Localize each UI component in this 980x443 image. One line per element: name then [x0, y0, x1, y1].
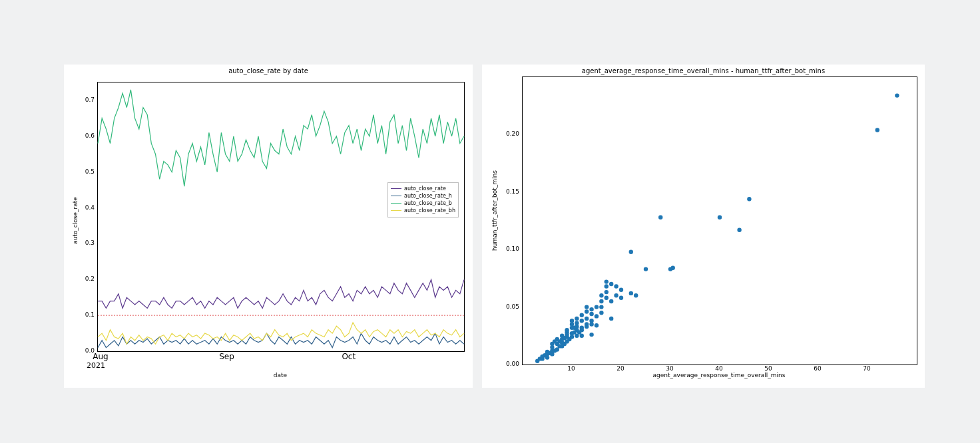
scatter-point	[585, 317, 589, 321]
scatter-point	[580, 313, 584, 317]
scatter-point	[589, 322, 593, 326]
y-tick: 0.20	[499, 130, 519, 137]
y-tick: 0.7	[68, 96, 95, 103]
scatter-point	[609, 317, 613, 321]
scatter-point	[737, 228, 741, 232]
right-plot-svg	[523, 77, 917, 365]
scatter-point	[580, 334, 584, 338]
left-y-axis-label: auto_close_rate	[72, 197, 79, 244]
scatter-point	[575, 325, 579, 329]
scatter-point	[605, 290, 609, 294]
scatter-point	[619, 288, 623, 292]
scatter-point	[747, 197, 751, 201]
legend-row: auto_close_rate_h	[391, 192, 455, 200]
y-tick: 0.00	[499, 361, 519, 367]
y-tick: 0.2	[68, 275, 95, 282]
scatter-point	[634, 293, 638, 297]
scatter-point	[589, 333, 593, 337]
scatter-point	[599, 293, 603, 297]
series-auto_close_rate	[98, 279, 464, 308]
legend: auto_close_rate auto_close_rate_h auto_c…	[387, 182, 459, 218]
scatter-point	[575, 317, 579, 321]
x-tick: 30	[663, 365, 676, 372]
left-x-axis-label: date	[97, 372, 463, 378]
scatter-point	[605, 296, 609, 300]
scatter-point	[585, 309, 589, 313]
scatter-point	[599, 311, 603, 315]
scatter-point	[658, 216, 662, 220]
scatter-point	[589, 307, 593, 311]
scatter-point	[575, 334, 579, 338]
scatter-point	[614, 293, 618, 297]
x-tick-year: 2021	[87, 361, 105, 370]
left-chart-title: auto_close_rate by date	[64, 67, 473, 74]
legend-swatch	[391, 196, 401, 196]
y-tick: 0.1	[68, 311, 95, 318]
scatter-point	[595, 305, 599, 309]
right-chart-panel: agent_average_response_time_overall_mins…	[482, 65, 925, 388]
scatter-point	[595, 323, 599, 327]
x-tick: 10	[565, 365, 578, 372]
y-tick: 0.5	[68, 168, 95, 175]
x-tick: 20	[614, 365, 627, 372]
scatter-point	[599, 305, 603, 309]
scatter-point	[644, 267, 648, 271]
scatter-point	[585, 325, 589, 329]
right-plot-area	[522, 76, 917, 365]
scatter-point	[609, 282, 613, 286]
x-tick: 40	[712, 365, 726, 372]
legend-row: auto_close_rate	[391, 185, 455, 192]
scatter-point	[614, 284, 618, 288]
scatter-point	[629, 250, 633, 254]
legend-swatch	[391, 210, 401, 211]
y-tick: 0.10	[499, 245, 519, 252]
y-tick: 0.15	[499, 188, 519, 195]
y-tick: 0.05	[499, 303, 519, 310]
legend-row: auto_close_rate_b	[391, 200, 455, 207]
scatter-point	[585, 305, 589, 309]
scatter-point	[875, 128, 879, 132]
left-plot-area: auto_close_rate auto_close_rate_h auto_c…	[97, 82, 465, 352]
legend-label: auto_close_rate_bh	[404, 207, 455, 214]
scatter-point	[671, 266, 675, 270]
page: auto_close_rate by date auto_close_rate …	[0, 0, 980, 443]
right-chart-title: agent_average_response_time_overall_mins…	[482, 67, 925, 74]
scatter-point	[580, 319, 584, 323]
legend-swatch	[391, 203, 401, 204]
legend-label: auto_close_rate	[404, 185, 446, 192]
scatter-point	[580, 328, 584, 332]
scatter-point	[605, 284, 609, 288]
x-tick: 50	[762, 365, 775, 372]
x-tick: Aug	[87, 352, 114, 361]
legend-row: auto_close_rate_bh	[391, 207, 455, 214]
scatter-point	[565, 333, 569, 337]
right-x-axis-label: agent_average_response_time_overall_mins	[522, 372, 916, 378]
legend-label: auto_close_rate_b	[404, 200, 452, 207]
scatter-point	[609, 299, 613, 303]
scatter-point	[570, 319, 574, 323]
scatter-point	[595, 314, 599, 318]
scatter-point	[599, 299, 603, 303]
x-tick: Oct	[336, 352, 362, 361]
x-tick: Sep	[213, 352, 240, 361]
legend-swatch	[391, 188, 401, 189]
y-tick: 0.6	[68, 132, 95, 139]
left-chart-panel: auto_close_rate by date auto_close_rate …	[64, 65, 473, 388]
legend-label: auto_close_rate_h	[404, 192, 452, 200]
series-auto_close_rate_b	[98, 90, 464, 186]
scatter-point	[619, 296, 623, 300]
scatter-point	[629, 291, 633, 295]
scatter-point	[718, 216, 722, 220]
scatter-point	[555, 347, 559, 351]
scatter-point	[589, 312, 593, 316]
scatter-point	[895, 93, 899, 97]
scatter-point	[565, 328, 569, 332]
x-tick: 60	[811, 365, 824, 372]
x-tick: 70	[860, 365, 873, 372]
right-y-axis-label: human_ttfr_after_bot_mins	[491, 170, 498, 251]
scatter-point	[605, 279, 609, 283]
